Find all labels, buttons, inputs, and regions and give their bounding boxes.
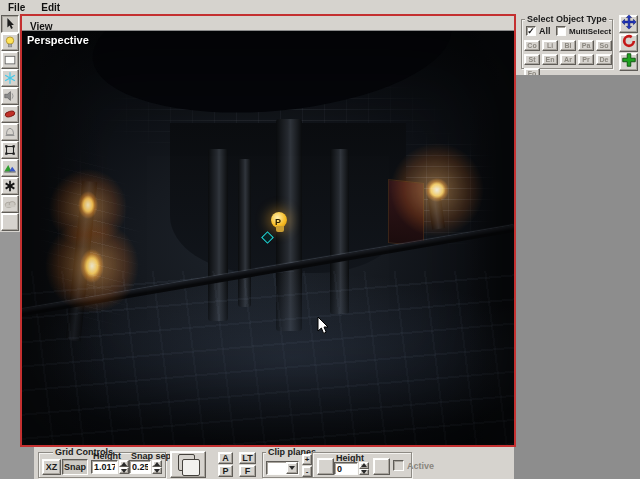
viewport-window: View [20, 14, 516, 447]
height2-spinner [359, 462, 369, 475]
right-filler [516, 75, 640, 479]
height-spin-down[interactable] [119, 467, 129, 474]
point-light-entity[interactable]: P [271, 212, 288, 238]
height-spinner [119, 460, 129, 474]
rotate-icon [621, 33, 637, 53]
chevron-down-icon [289, 466, 295, 470]
view-mode-label: Perspective [27, 34, 89, 46]
clip-planes-group: Clip planes + - [262, 452, 314, 478]
group-title: Select Object Type [525, 14, 609, 24]
cloud-icon [3, 197, 17, 211]
page-icon [3, 53, 17, 67]
snap-sep-input[interactable] [129, 460, 151, 474]
up-arrow-icon [361, 463, 367, 467]
type-button-pa[interactable]: Pa [578, 40, 594, 51]
type-button-pr[interactable]: Pr [578, 54, 594, 65]
terrain-tool-button[interactable] [1, 159, 19, 177]
move-icon [621, 14, 637, 34]
type-button-en[interactable]: En [542, 54, 558, 65]
up-arrow-icon [121, 462, 127, 466]
height-input[interactable] [91, 460, 118, 474]
all-checkbox[interactable]: ✓ [526, 26, 536, 36]
height2-spin-down[interactable] [359, 469, 369, 476]
rotate-tool-button[interactable] [619, 34, 638, 52]
light-tool-button[interactable] [1, 33, 19, 51]
blank-button[interactable] [317, 458, 334, 475]
type-button-so[interactable]: So [596, 40, 612, 51]
type-button-st[interactable]: St [524, 54, 540, 65]
cursor-tool-button[interactable] [1, 15, 19, 33]
asterisk-icon [3, 179, 17, 193]
select-object-type-group: Select Object Type ✓ All MultiSelect Co … [521, 19, 613, 69]
torch-flame [425, 178, 449, 202]
blank-tool-button[interactable] [1, 213, 19, 231]
lamp-tool-button[interactable] [1, 123, 19, 141]
active-checkbox[interactable] [393, 460, 404, 471]
toolbar-filler [0, 232, 20, 479]
check-icon: ✓ [527, 26, 535, 36]
lt-button[interactable]: LT [239, 452, 256, 464]
brush-tool-button[interactable] [1, 51, 19, 69]
height-controls-group: Height Active [312, 452, 412, 478]
down-arrow-icon [121, 469, 127, 473]
type-button-ar[interactable]: Ar [560, 54, 576, 65]
snap-sep-spin-down[interactable] [152, 467, 162, 474]
bell-icon [3, 125, 17, 139]
texture-picker-button[interactable] [170, 451, 206, 478]
up-arrow-icon [154, 462, 160, 466]
speaker-icon [3, 89, 17, 103]
cursor-icon [3, 17, 17, 31]
object-tool-button[interactable] [1, 141, 19, 159]
clip-plane-remove-button[interactable]: - [302, 466, 312, 477]
blank-button[interactable] [373, 458, 390, 475]
height-spin-up[interactable] [119, 460, 129, 467]
menu-edit[interactable]: Edit [33, 0, 68, 15]
add-icon [621, 52, 637, 72]
type-button-li[interactable]: Li [542, 40, 558, 51]
snowflake-icon [3, 71, 17, 85]
bottom-right-filler [514, 447, 640, 479]
move-tool-button[interactable] [619, 15, 638, 33]
snap-button[interactable]: Snap [62, 459, 88, 475]
scene-canvas[interactable]: P Perspective [22, 31, 514, 445]
p-button[interactable]: P [218, 465, 233, 477]
all-label: All [539, 26, 551, 36]
cube-icon [3, 143, 17, 157]
terrain-icon [3, 161, 17, 175]
height2-input[interactable] [334, 462, 358, 475]
torch-flame [80, 249, 104, 283]
clip-plane-add-button[interactable]: + [302, 454, 312, 465]
combobox-dropdown-button[interactable] [286, 462, 298, 474]
overlapping-rects-icon [176, 454, 200, 475]
mouse-cursor [316, 316, 330, 340]
xz-button[interactable]: XZ [42, 459, 61, 475]
left-toolbar [0, 15, 20, 232]
lightbulb-icon [3, 35, 17, 49]
bottom-left-filler [0, 447, 34, 479]
menu-file[interactable]: File [0, 0, 33, 15]
down-arrow-icon [154, 469, 160, 473]
type-button-de[interactable]: De [596, 54, 612, 65]
snap-sep-spinner [152, 460, 162, 474]
add-tool-button[interactable] [619, 53, 638, 71]
multiselect-checkbox[interactable] [556, 26, 566, 36]
capsule-tool-button[interactable] [1, 105, 19, 123]
viewport-menu-bar: View [22, 16, 514, 31]
capsule-icon [3, 107, 17, 121]
a-button[interactable]: A [218, 452, 233, 464]
marker-tool-button[interactable] [1, 177, 19, 195]
type-button-co[interactable]: Co [524, 40, 540, 51]
f-button[interactable]: F [239, 465, 256, 477]
cloud-tool-button[interactable] [1, 195, 19, 213]
particle-tool-button[interactable] [1, 69, 19, 87]
type-button-bl[interactable]: Bl [560, 40, 576, 51]
snap-sep-spin-up[interactable] [152, 460, 162, 467]
clip-plane-combobox[interactable] [266, 461, 299, 475]
sound-tool-button[interactable] [1, 87, 19, 105]
light-entity-label: P [275, 217, 281, 227]
down-arrow-icon [361, 470, 367, 474]
active-label: Active [407, 461, 434, 471]
multiselect-label: MultiSelect [569, 27, 611, 36]
menu-bar: File Edit [0, 0, 640, 15]
